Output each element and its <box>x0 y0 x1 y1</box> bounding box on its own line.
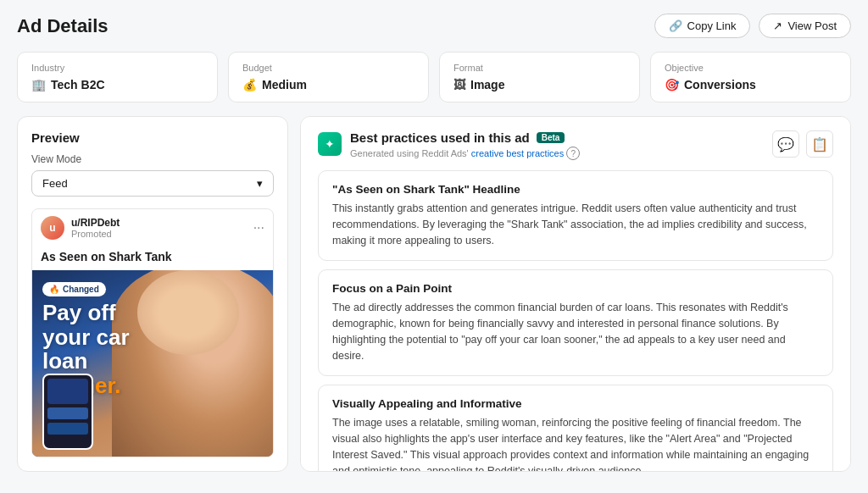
meta-card-label: Format <box>453 63 626 73</box>
bp-header-left: ✦ Best practices used in this ad Beta Ge… <box>318 130 580 160</box>
practice-card-0: "As Seen on Shark Tank" Headline This in… <box>318 170 833 261</box>
meta-value-text: Conversions <box>684 78 756 91</box>
bp-subtitle-text: Generated using Reddit Ads' <box>350 148 469 158</box>
practice-title: Focus on a Pain Point <box>332 282 819 295</box>
copy-button[interactable]: 📋 <box>806 130 833 158</box>
practice-card-2: Visually Appealing and Informative The i… <box>318 385 833 472</box>
preview-title: Preview <box>31 130 274 145</box>
beta-badge: Beta <box>537 132 565 143</box>
view-mode-label: View Mode <box>31 153 274 165</box>
comment-button[interactable]: 💬 <box>772 130 799 158</box>
meta-card-industry: Industry 🏢 Tech B2C <box>17 52 218 102</box>
meta-icon: 💰 <box>242 78 257 91</box>
ad-post-header: u u/RIPDebt Promoted ··· <box>32 209 273 246</box>
bp-title: Best practices used in this ad Beta <box>350 130 580 145</box>
main-content: Preview View Mode Feed u u/RIPDebt Promo… <box>17 116 851 472</box>
best-practices-panel: ✦ Best practices used in this ad Beta Ge… <box>300 116 851 472</box>
external-link-icon: ↗ <box>773 19 782 32</box>
practice-description: This instantly grabs attention and gener… <box>332 201 819 248</box>
view-mode-value: Feed <box>42 177 68 190</box>
meta-card-value: 💰 Medium <box>242 78 415 91</box>
bp-header: ✦ Best practices used in this ad Beta Ge… <box>318 130 833 160</box>
ad-post-title: As Seen on Shark Tank <box>32 246 273 270</box>
ad-post-user: u u/RIPDebt Promoted <box>41 216 120 240</box>
meta-card-value: 🎯 Conversions <box>665 78 837 91</box>
more-options-icon[interactable]: ··· <box>253 220 264 235</box>
meta-card-label: Objective <box>665 63 837 73</box>
meta-card-label: Industry <box>31 63 203 73</box>
meta-value-text: Tech B2C <box>51 78 105 91</box>
header-actions: 🔗 Copy Link ↗ View Post <box>654 14 851 38</box>
bp-subtitle: Generated using Reddit Ads' creative bes… <box>350 147 580 160</box>
chevron-down-icon <box>257 177 263 190</box>
meta-card-format: Format 🖼 Image <box>439 52 640 102</box>
practice-description: The image uses a relatable, smiling woma… <box>332 415 819 472</box>
ad-image: 🔥 Changed Pay off your car loan sooner. <box>32 270 273 457</box>
view-mode-dropdown[interactable]: Feed <box>31 170 274 197</box>
meta-card-objective: Objective 🎯 Conversions <box>650 52 851 102</box>
meta-value-text: Image <box>470 78 504 91</box>
help-icon[interactable]: ? <box>566 147 580 160</box>
user-name: u/RIPDebt <box>71 217 120 229</box>
practice-title: Visually Appealing and Informative <box>332 397 819 410</box>
creative-best-practices-link[interactable]: creative best practices <box>471 148 564 158</box>
meta-card-value: 🏢 Tech B2C <box>31 78 203 91</box>
view-post-label: View Post <box>787 19 837 32</box>
meta-icon: 🖼 <box>453 78 465 91</box>
phone-mockup <box>42 374 93 450</box>
copy-link-label: Copy Link <box>687 19 737 32</box>
meta-cards: Industry 🏢 Tech B2C Budget 💰 Medium Form… <box>17 52 851 102</box>
preview-panel: Preview View Mode Feed u u/RIPDebt Promo… <box>17 116 288 472</box>
bp-title-text: Best practices used in this ad <box>350 130 530 145</box>
bp-actions: 💬 📋 <box>772 130 833 158</box>
avatar: u <box>41 216 64 240</box>
practice-description: The ad directly addresses the common fin… <box>332 300 819 363</box>
practice-card-1: Focus on a Pain Point The ad directly ad… <box>318 269 833 376</box>
bp-title-block: Best practices used in this ad Beta Gene… <box>350 130 580 160</box>
link-icon: 🔗 <box>669 19 682 32</box>
practice-title: "As Seen on Shark Tank" Headline <box>332 183 819 196</box>
promoted-label: Promoted <box>71 229 120 239</box>
meta-card-budget: Budget 💰 Medium <box>228 52 429 102</box>
meta-card-value: 🖼 Image <box>453 78 626 91</box>
practices-list: "As Seen on Shark Tank" Headline This in… <box>318 170 833 472</box>
meta-value-text: Medium <box>262 78 307 91</box>
meta-card-label: Budget <box>242 63 415 73</box>
meta-icon: 🎯 <box>665 78 679 91</box>
meta-icon: 🏢 <box>31 78 46 91</box>
page-title: Ad Details <box>17 15 108 37</box>
ad-post-card: u u/RIPDebt Promoted ··· As Seen on Shar… <box>31 208 274 457</box>
changed-badge: 🔥 Changed <box>42 282 106 296</box>
copy-link-button[interactable]: 🔗 Copy Link <box>654 14 751 38</box>
view-post-button[interactable]: ↗ View Post <box>759 14 851 38</box>
star-icon: ✦ <box>318 132 342 156</box>
